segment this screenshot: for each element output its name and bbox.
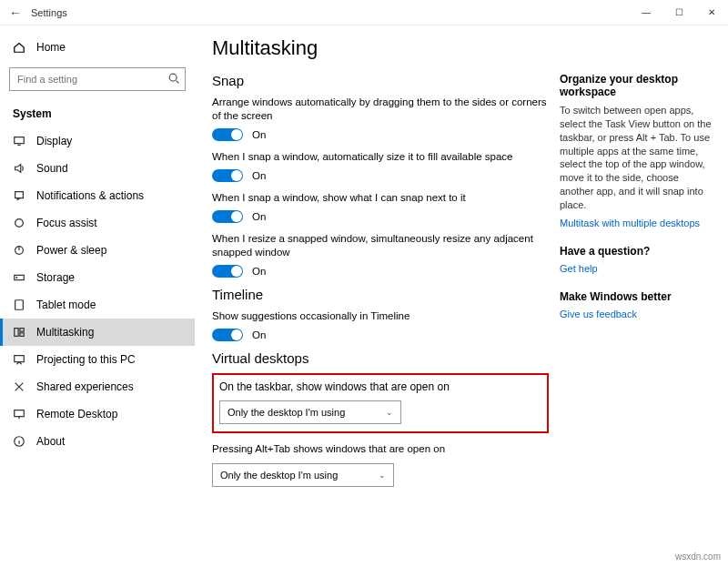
content: Multitasking Snap Arrange windows automa… bbox=[212, 36, 549, 567]
display-icon bbox=[13, 135, 25, 147]
timeline-opt1-label: Show suggestions occasionally in Timelin… bbox=[212, 309, 549, 323]
nav-power-sleep[interactable]: Power & sleep bbox=[0, 237, 195, 264]
close-button[interactable]: ✕ bbox=[695, 0, 728, 25]
power-icon bbox=[13, 244, 25, 257]
aside-organize-body: To switch between open apps, select the … bbox=[560, 104, 713, 212]
vd-alttab-select[interactable]: Only the desktop I'm using ⌄ bbox=[212, 463, 394, 487]
back-button[interactable]: ← bbox=[9, 5, 31, 20]
search-icon bbox=[167, 72, 180, 87]
nav-multitasking[interactable]: Multitasking bbox=[0, 319, 195, 346]
nav-sound[interactable]: Sound bbox=[0, 155, 195, 182]
nav-shared-experiences[interactable]: Shared experiences bbox=[0, 373, 195, 400]
aside-question-heading: Have a question? bbox=[560, 245, 713, 258]
snap-opt2-toggle[interactable] bbox=[212, 169, 243, 182]
snap-opt1-label: Arrange windows automatically by draggin… bbox=[212, 96, 549, 123]
page-title: Multitasking bbox=[212, 36, 549, 60]
nav-storage[interactable]: Storage bbox=[0, 264, 195, 291]
nav-display[interactable]: Display bbox=[0, 127, 195, 155]
svg-rect-6 bbox=[15, 300, 24, 310]
watermark: wsxdn.com bbox=[675, 552, 721, 562]
nav-projecting[interactable]: Projecting to this PC bbox=[0, 346, 195, 373]
aside-organize-link[interactable]: Multitask with multiple desktops bbox=[560, 218, 713, 228]
multitasking-icon bbox=[13, 326, 25, 339]
svg-point-0 bbox=[169, 74, 177, 81]
vd-taskbar-label: On the taskbar, show windows that are op… bbox=[219, 380, 541, 393]
aside: Organize your desktop workspace To switc… bbox=[549, 36, 713, 567]
svg-point-5 bbox=[16, 278, 17, 278]
notifications-icon bbox=[13, 189, 25, 202]
projecting-icon bbox=[13, 353, 25, 366]
svg-rect-7 bbox=[15, 329, 18, 337]
aside-better-link[interactable]: Give us feedback bbox=[560, 309, 713, 319]
timeline-heading: Timeline bbox=[212, 287, 549, 302]
titlebar: ← Settings — ☐ ✕ bbox=[0, 0, 728, 25]
snap-heading: Snap bbox=[212, 73, 549, 88]
nav-tablet-mode[interactable]: Tablet mode bbox=[0, 291, 195, 319]
shared-icon bbox=[13, 380, 25, 393]
svg-rect-11 bbox=[15, 410, 25, 417]
svg-rect-10 bbox=[15, 356, 25, 362]
vd-alttab-label: Pressing Alt+Tab shows windows that are … bbox=[212, 442, 549, 456]
window-title: Settings bbox=[31, 7, 67, 18]
nav-focus-assist[interactable]: Focus assist bbox=[0, 209, 195, 237]
aside-better-heading: Make Windows better bbox=[560, 290, 713, 303]
tablet-icon bbox=[13, 299, 25, 311]
aside-organize-heading: Organize your desktop workspace bbox=[560, 73, 713, 98]
snap-opt4-toggle[interactable] bbox=[212, 265, 243, 278]
storage-icon bbox=[13, 271, 25, 284]
nav-home-label: Home bbox=[36, 41, 66, 54]
svg-rect-1 bbox=[15, 137, 25, 144]
vd-taskbar-select[interactable]: Only the desktop I'm using ⌄ bbox=[219, 400, 401, 424]
nav-remote-desktop[interactable]: Remote Desktop bbox=[0, 400, 195, 428]
svg-rect-2 bbox=[15, 192, 24, 198]
vd-heading: Virtual desktops bbox=[212, 350, 549, 366]
chevron-down-icon: ⌄ bbox=[386, 408, 393, 417]
snap-opt1-toggle[interactable] bbox=[212, 128, 243, 141]
aside-question-link[interactable]: Get help bbox=[560, 263, 713, 274]
sound-icon bbox=[13, 162, 25, 175]
nav-notifications[interactable]: Notifications & actions bbox=[0, 182, 195, 209]
snap-opt2-label: When I snap a window, automatically size… bbox=[212, 150, 549, 164]
focus-assist-icon bbox=[13, 217, 25, 229]
svg-rect-9 bbox=[20, 333, 24, 337]
sidebar: Home System Display Sound Notifications … bbox=[0, 25, 196, 567]
highlighted-setting: On the taskbar, show windows that are op… bbox=[212, 373, 549, 433]
minimize-button[interactable]: — bbox=[630, 0, 662, 25]
remote-desktop-icon bbox=[13, 408, 25, 420]
chevron-down-icon: ⌄ bbox=[379, 471, 386, 480]
snap-opt3-label: When I snap a window, show what I can sn… bbox=[212, 191, 549, 205]
snap-opt4-label: When I resize a snapped window, simultan… bbox=[212, 232, 549, 259]
nav-group-label: System bbox=[0, 102, 195, 127]
svg-rect-8 bbox=[20, 329, 24, 332]
nav-about[interactable]: About bbox=[0, 428, 195, 455]
home-icon bbox=[13, 41, 25, 54]
about-icon bbox=[13, 435, 25, 448]
nav-home[interactable]: Home bbox=[0, 33, 195, 62]
timeline-opt1-toggle[interactable] bbox=[212, 329, 243, 341]
search-input[interactable] bbox=[9, 67, 186, 91]
maximize-button[interactable]: ☐ bbox=[662, 0, 695, 25]
snap-opt3-toggle[interactable] bbox=[212, 210, 243, 223]
